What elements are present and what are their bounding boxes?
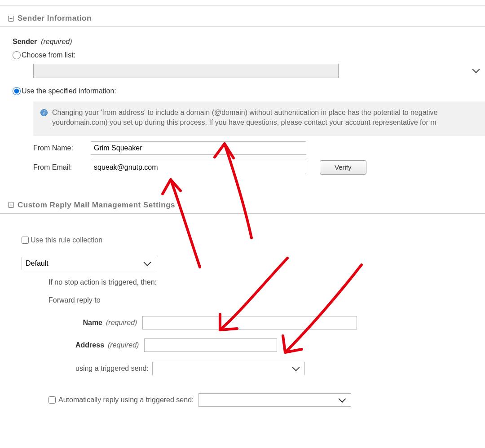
from-name-input[interactable] — [91, 141, 306, 155]
sender-list-select[interactable] — [33, 64, 339, 78]
sender-info-body: Sender (required) Choose from list: Use … — [0, 27, 485, 187]
using-triggered-label: using a triggered send: — [75, 365, 149, 373]
minus-icon[interactable]: – — [8, 202, 14, 208]
stop-action-text: If no stop action is triggered, then: — [48, 278, 485, 286]
triggered-send-row: using a triggered send: — [75, 362, 485, 375]
use-specified-row: Use the specified information: — [13, 87, 485, 95]
sender-label-row: Sender (required) — [13, 38, 485, 46]
choose-from-list-radio[interactable] — [13, 51, 21, 59]
forward-address-label: Address — [75, 341, 104, 349]
forward-reply-text: Forward reply to — [48, 296, 485, 304]
custom-reply-title: Custom Reply Mail Management Settings — [18, 201, 175, 210]
sender-info-header: – Sender Information — [0, 9, 485, 27]
forward-name-label: Name — [75, 319, 102, 327]
info-banner: i Changing your 'from address' to includ… — [33, 101, 485, 136]
choose-from-list-label: Choose from list: — [22, 51, 75, 59]
sender-label: Sender — [13, 38, 37, 45]
auto-reply-checkbox[interactable] — [48, 396, 56, 404]
use-rule-collection-checkbox[interactable] — [22, 237, 29, 244]
from-email-label: From Email: — [33, 163, 88, 171]
from-name-row: From Name: — [33, 141, 485, 155]
from-email-row: From Email: Verify — [33, 160, 485, 175]
choose-from-list-row: Choose from list: — [13, 51, 485, 59]
custom-reply-header: – Custom Reply Mail Management Settings — [0, 196, 485, 214]
rule-collection-select[interactable]: Default — [22, 257, 156, 270]
info-icon: i — [40, 109, 48, 116]
sender-info-title: Sender Information — [18, 14, 92, 23]
forward-address-row: Address (required) — [75, 338, 485, 352]
sender-required: (required) — [41, 38, 72, 45]
use-specified-radio[interactable] — [13, 87, 21, 95]
from-email-input[interactable] — [91, 161, 306, 174]
custom-reply-body: Use this rule collection Default If no s… — [0, 214, 485, 419]
forward-address-input[interactable] — [144, 338, 277, 352]
verify-button[interactable]: Verify — [320, 160, 366, 175]
forward-name-required: (required) — [106, 319, 137, 327]
forward-name-input[interactable] — [142, 316, 357, 329]
auto-reply-select[interactable] — [198, 393, 351, 407]
use-rule-collection-row: Use this rule collection — [22, 236, 485, 244]
forward-name-row: Name (required) — [75, 316, 485, 329]
use-specified-label: Use the specified information: — [22, 87, 116, 95]
top-divider — [0, 5, 485, 6]
auto-reply-label: Automatically reply using a triggered se… — [58, 396, 194, 404]
auto-reply-row: Automatically reply using a triggered se… — [48, 393, 485, 407]
triggered-send-select[interactable] — [152, 362, 305, 375]
forward-address-required: (required) — [108, 341, 139, 349]
info-banner-text: Changing your 'from address' to include … — [52, 108, 478, 128]
from-name-label: From Name: — [33, 144, 88, 152]
use-rule-collection-label: Use this rule collection — [31, 236, 102, 244]
minus-icon[interactable]: – — [8, 16, 14, 22]
